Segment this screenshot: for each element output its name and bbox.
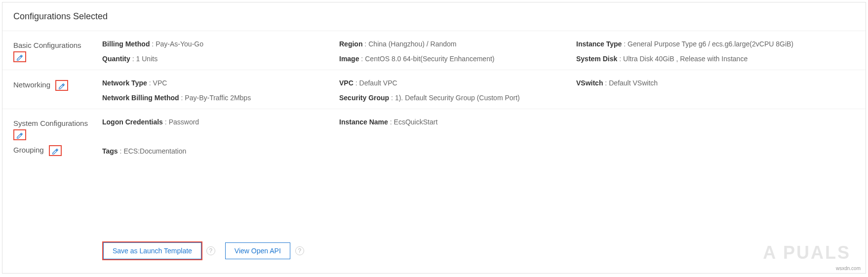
field-network-billing: Network Billing Method :Pay-By-Traffic 2… [102,94,334,102]
network-type-label: Network Type [102,79,147,87]
section-networking: Networking Network Type :VPC VPC :Defaul… [2,70,866,109]
edit-grouping-icon[interactable] [49,145,62,156]
edit-networking-icon[interactable] [55,80,68,91]
quantity-value: 1 Units [136,55,158,63]
configurations-panel: Configurations Selected Basic Configurat… [2,2,866,274]
billing-method-label: Billing Method [102,40,150,48]
logon-value: Password [169,118,199,126]
tags-label: Tags [102,147,118,155]
secgroup-label: Security Group [339,94,389,102]
section-label-system-grouping: System Configurations Grouping [13,118,102,156]
section-system-grouping: System Configurations Grouping Logon Cre… [2,109,866,163]
watermark-logo: A PUALS [763,242,851,263]
system-disk-value: Ultra Disk 40GiB , Release with Instance [623,55,748,63]
image-label: Image [339,55,359,63]
edit-basic-icon[interactable] [13,51,26,62]
panel-title: Configurations Selected [2,2,866,31]
vswitch-label: VSwitch [576,79,603,87]
help-icon-save-template[interactable]: ? [206,246,215,255]
region-value: China (Hangzhou) / Random [368,40,456,48]
quantity-label: Quantity [102,55,130,63]
field-vswitch: VSwitch :Default VSwitch [576,79,855,87]
field-billing-method: Billing Method :Pay-As-You-Go [102,40,334,48]
field-instance-name: Instance Name :EcsQuickStart [339,118,571,126]
net-billing-label: Network Billing Method [102,94,179,102]
billing-method-value: Pay-As-You-Go [156,40,203,48]
tags-value: ECS:Documentation [123,147,186,155]
vpc-label: VPC [339,79,354,87]
edit-system-icon[interactable] [13,129,26,140]
instance-type-label: Instance Type [576,40,622,48]
field-network-type: Network Type :VPC [102,79,334,87]
basic-label-text: Basic Configurations [13,41,81,49]
net-billing-value: Pay-By-Traffic 2Mbps [185,94,251,102]
instance-type-value: General Purpose Type g6 / ecs.g6.large(2… [628,40,793,48]
field-quantity: Quantity :1 Units [102,55,334,63]
action-button-row: Save as Launch Template ? View Open API … [2,237,325,264]
networking-label-text: Networking [13,80,50,89]
secgroup-value: 1). Default Security Group (Custom Port) [395,94,520,102]
instance-name-label: Instance Name [339,118,388,126]
vpc-value: Default VPC [359,79,397,87]
network-type-value: VPC [153,79,167,87]
grouping-label-text: Grouping [13,146,44,154]
field-vpc: VPC :Default VPC [339,79,571,87]
help-icon-view-api[interactable]: ? [295,246,304,255]
section-label-basic: Basic Configurations [13,40,102,63]
system-label-text: System Configurations [13,119,88,127]
view-open-api-button[interactable]: View Open API [225,242,290,259]
field-logon-credentials: Logon Credentials :Password [102,118,334,126]
save-launch-template-button[interactable]: Save as Launch Template [103,242,201,259]
image-value: CentOS 8.0 64-bit(Security Enhancement) [365,55,494,63]
vswitch-value: Default VSwitch [609,79,658,87]
region-label: Region [339,40,362,48]
instance-name-value: EcsQuickStart [394,118,438,126]
section-basic-configurations: Basic Configurations Billing Method :Pay… [2,31,866,70]
field-tags: Tags :ECS:Documentation [102,147,334,155]
logon-label: Logon Credentials [102,118,163,126]
field-image: Image :CentOS 8.0 64-bit(Security Enhanc… [339,55,571,63]
system-disk-label: System Disk [576,55,617,63]
field-instance-type: Instance Type :General Purpose Type g6 /… [576,40,855,48]
watermark-source: wsxdn.com [836,266,861,271]
field-security-group: Security Group :1). Default Security Gro… [339,94,571,102]
field-system-disk: System Disk :Ultra Disk 40GiB , Release … [576,55,855,63]
field-region: Region :China (Hangzhou) / Random [339,40,571,48]
section-label-networking: Networking [13,79,102,102]
